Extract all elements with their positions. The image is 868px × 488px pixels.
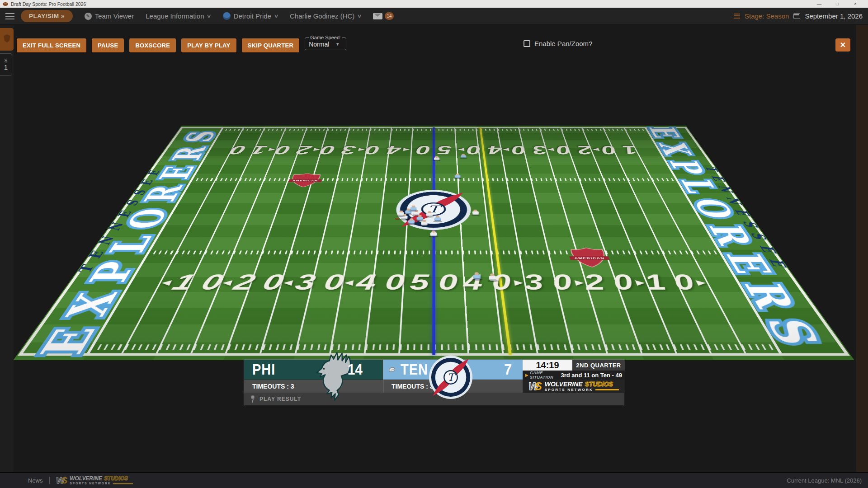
player-sprite xyxy=(454,174,462,179)
network-logo-panel: WS WOLVERINESTUDIOS SPORTS NETWORK xyxy=(523,380,625,393)
underlying-team-tile xyxy=(0,28,14,51)
football-field: TENNESSEE EXPLORERSEXPLORERS TENNESSEE E… xyxy=(14,126,854,360)
down-and-distance: 3rd and 11 on Ten - 49 xyxy=(561,372,622,379)
logo-underline xyxy=(595,389,619,390)
team-logo-icon xyxy=(223,12,231,20)
enable-pan-zoom-checkbox[interactable]: Enable Pan/Zoom? xyxy=(524,40,592,47)
player-sprite xyxy=(420,220,429,227)
wolverine-studios-logo: WS WOLVERINESTUDIOS SPORTS NETWORK xyxy=(528,381,619,392)
window-title: Draft Day Sports: Pro Football 2026 xyxy=(11,1,86,7)
exit-full-screen-button[interactable]: EXIT FULL SCREEN xyxy=(17,38,86,52)
scoreboard: PHI 14 TEN xyxy=(244,359,624,405)
close-window-button[interactable]: × xyxy=(846,1,864,6)
home-team-panel: TEN T 7 xyxy=(383,360,523,380)
away-timeouts: TIMEOUTS : 3 xyxy=(244,380,383,393)
status-bar: News WS WOLVERINESTUDIOS SPORTS NETWORK … xyxy=(0,472,868,488)
player-sprite xyxy=(425,211,434,217)
home-team-score: 7 xyxy=(504,361,512,378)
close-game-view-button[interactable]: ✕ xyxy=(835,38,850,52)
window-titlebar: Draft Day Sports: Pro Football 2026 — □ … xyxy=(0,0,868,8)
away-team-abbr: PHI xyxy=(252,361,275,378)
player-sprite xyxy=(433,156,440,161)
away-team-panel: PHI 14 xyxy=(244,360,383,380)
player-sprite xyxy=(471,210,480,216)
news-label: News xyxy=(28,477,43,484)
yard-number: 30▸ xyxy=(499,143,549,157)
nav-team-viewer[interactable]: ✎ Team Viewer xyxy=(85,12,134,20)
nav-league-information[interactable]: League Information ∨ xyxy=(146,12,211,20)
yard-number: ◂30 xyxy=(277,270,346,295)
field-3d-view: TENNESSEE EXPLORERSEXPLORERS TENNESSEE E… xyxy=(118,66,749,361)
yard-number: 10▸ xyxy=(640,270,715,295)
yard-number: ◂40 xyxy=(339,270,405,295)
game-speed-value: Normal xyxy=(309,41,329,48)
play-result-bar: PLAY RESULT xyxy=(244,393,624,405)
yard-number: 50 xyxy=(409,270,458,295)
game-situation-label: ▶ GAME SITUATION xyxy=(525,371,557,380)
hamburger-menu-icon[interactable] xyxy=(5,13,14,19)
chevron-down-icon: ∨ xyxy=(274,13,278,19)
yard-number: ◂20 xyxy=(215,270,287,295)
triangle-icon: ▶ xyxy=(525,373,528,377)
game-speed-dropdown[interactable]: Game Speed: Normal ▼ xyxy=(305,35,346,50)
player-sprite xyxy=(396,211,405,217)
game-situation-row: ▶ GAME SITUATION 3rd and 11 on Ten - 49 xyxy=(523,371,625,380)
away-team-score: 14 xyxy=(348,361,363,378)
player-sprite xyxy=(407,218,416,225)
maximize-button[interactable]: □ xyxy=(828,1,846,6)
stage-label: Stage: Season xyxy=(745,12,789,20)
player-sprite xyxy=(460,154,467,159)
play-sim-button[interactable]: PLAY/SIM » xyxy=(21,10,73,22)
microphone-icon xyxy=(250,395,255,403)
current-league-label: Current League: MNL (2026) xyxy=(787,477,862,484)
checkbox-icon xyxy=(524,40,530,47)
boxscore-button[interactable]: BOXSCORE xyxy=(129,38,176,52)
minimize-button[interactable]: — xyxy=(810,1,828,6)
calendar-icon xyxy=(793,13,800,19)
quarter-indicator: 2ND QUARTER xyxy=(572,360,625,371)
american-conference-shield: AMERICAN xyxy=(282,172,327,188)
stage-list-icon xyxy=(734,14,740,19)
player-sprite xyxy=(409,206,417,212)
yard-number: 10▸ xyxy=(588,143,641,157)
mail-icon xyxy=(373,13,382,19)
pause-button[interactable]: PAUSE xyxy=(92,38,124,52)
nav-team-menu[interactable]: Detroit Pride ∨ xyxy=(223,12,278,20)
home-team-abbr: TEN xyxy=(401,361,428,378)
divider xyxy=(49,477,50,484)
play-by-play-button[interactable]: PLAY BY PLAY xyxy=(181,38,236,52)
shield-text: AMERICAN xyxy=(292,179,318,182)
yard-number: 30▸ xyxy=(522,270,590,295)
chevron-down-icon: ∨ xyxy=(207,13,212,19)
dropdown-arrow-icon: ▼ xyxy=(335,42,340,47)
player-sprite xyxy=(434,216,442,222)
possession-football-icon xyxy=(388,366,396,373)
home-timeouts: TIMEOUTS : 3 xyxy=(383,380,523,393)
play-result-label: PLAY RESULT xyxy=(259,396,301,402)
player-sprite xyxy=(472,272,482,281)
wolverine-studios-logo-small: WS WOLVERINESTUDIOS SPORTS NETWORK xyxy=(56,476,133,485)
nav-coach-menu[interactable]: Charlie Godinez (HC) ∨ xyxy=(290,12,361,20)
skip-quarter-button[interactable]: SKIP QUARTER xyxy=(242,38,300,52)
game-toolbar: EXIT FULL SCREEN PAUSE BOXSCORE PLAY BY … xyxy=(17,38,346,52)
current-date: September 1, 2026 xyxy=(805,12,863,20)
logo-underline xyxy=(113,483,132,484)
game-clock: 14:19 xyxy=(523,360,572,371)
yard-number: 50 xyxy=(416,143,452,157)
yard-number: 20▸ xyxy=(543,143,595,157)
game-speed-label: Game Speed: xyxy=(309,35,342,40)
app-window: Draft Day Sports: Pro Football 2026 — □ … xyxy=(0,0,868,488)
shield-text: AMERICAN xyxy=(574,257,605,260)
football-app-icon xyxy=(3,2,8,6)
team-viewer-icon: ✎ xyxy=(85,13,92,20)
mail-badge: 14 xyxy=(385,12,393,20)
underlying-right-panel xyxy=(856,25,868,472)
main-navbar: PLAY/SIM » ✎ Team Viewer League Informat… xyxy=(0,8,868,25)
player-sprite xyxy=(487,273,498,282)
mail-button[interactable]: 14 xyxy=(373,12,393,20)
underlying-schedule-tile: S 1 xyxy=(0,53,12,76)
chevron-down-icon: ∨ xyxy=(357,13,362,19)
american-conference-shield: AMERICAN xyxy=(562,246,618,269)
game-viewer-overlay: EXIT FULL SCREEN PAUSE BOXSCORE PLAY BY … xyxy=(14,25,856,472)
yard-number: ◂40 xyxy=(364,143,413,157)
